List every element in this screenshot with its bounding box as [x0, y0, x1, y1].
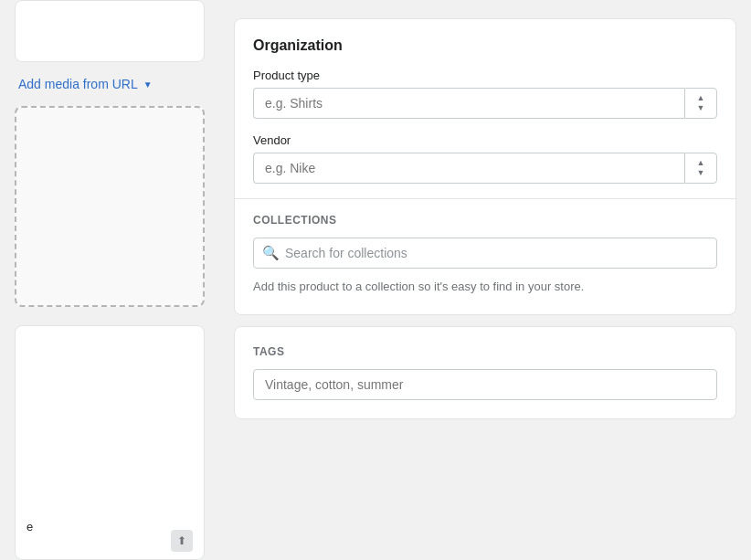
vendor-label: Vendor	[253, 133, 717, 147]
right-panel: Organization Product type ▲ ▼ Vendor ▲ ▼	[219, 0, 751, 560]
search-icon: 🔍	[262, 245, 280, 261]
vendor-group: Vendor ▲ ▼	[253, 133, 717, 184]
spinner-up-icon: ▲	[697, 94, 705, 102]
left-panel: Add media from URL ▼ e ⬆	[0, 0, 219, 560]
vendor-input-row: ▲ ▼	[253, 153, 717, 184]
tags-section-label: TAGS	[253, 345, 717, 358]
collections-section: COLLECTIONS 🔍 Add this product to a coll…	[253, 214, 717, 296]
product-type-group: Product type ▲ ▼	[253, 69, 717, 119]
spinner-down-icon: ▼	[697, 104, 705, 112]
vendor-input[interactable]	[253, 153, 684, 184]
add-media-url-label: Add media from URL	[18, 77, 138, 91]
bottom-card: e ⬆	[15, 325, 205, 560]
organization-card: Organization Product type ▲ ▼ Vendor ▲ ▼	[234, 18, 736, 315]
vendor-spinner[interactable]: ▲ ▼	[684, 153, 717, 184]
collections-search-wrapper: 🔍	[253, 238, 717, 269]
media-drop-zone[interactable]	[15, 106, 205, 307]
bottom-text: e	[26, 520, 33, 534]
upload-arrow-icon: ⬆	[177, 534, 186, 547]
media-box-top	[15, 0, 205, 62]
collections-hint: Add this product to a collection so it's…	[253, 278, 717, 296]
tags-input[interactable]	[253, 369, 717, 400]
vendor-spinner-down-icon: ▼	[697, 169, 705, 177]
organization-title: Organization	[253, 37, 717, 54]
dropdown-arrow-icon: ▼	[143, 79, 153, 90]
product-type-input-row: ▲ ▼	[253, 88, 717, 119]
vendor-spinner-up-icon: ▲	[697, 159, 705, 167]
collections-search-input[interactable]	[253, 238, 717, 269]
product-type-spinner[interactable]: ▲ ▼	[684, 88, 717, 119]
product-type-input[interactable]	[253, 88, 684, 119]
tags-card: TAGS	[234, 326, 736, 419]
product-type-label: Product type	[253, 69, 717, 82]
upload-icon[interactable]: ⬆	[171, 530, 193, 552]
add-media-url-button[interactable]: Add media from URL ▼	[18, 73, 153, 95]
collections-section-label: COLLECTIONS	[253, 214, 717, 227]
divider	[235, 198, 735, 199]
